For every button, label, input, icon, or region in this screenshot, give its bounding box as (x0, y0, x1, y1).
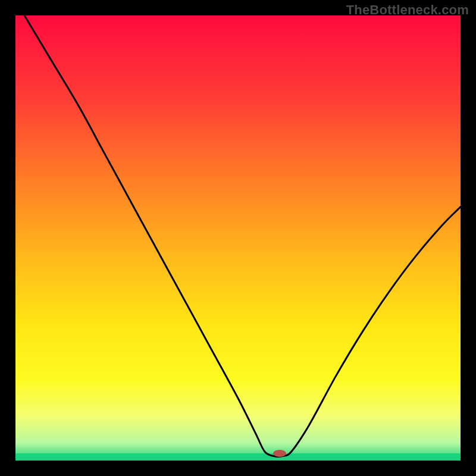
green-strip (15, 453, 461, 461)
optimum-marker (273, 450, 286, 457)
bottleneck-chart (0, 0, 476, 476)
figure-root: TheBottleneck.com (0, 0, 476, 476)
gradient-background (15, 15, 461, 461)
watermark-text: TheBottleneck.com (346, 2, 469, 18)
